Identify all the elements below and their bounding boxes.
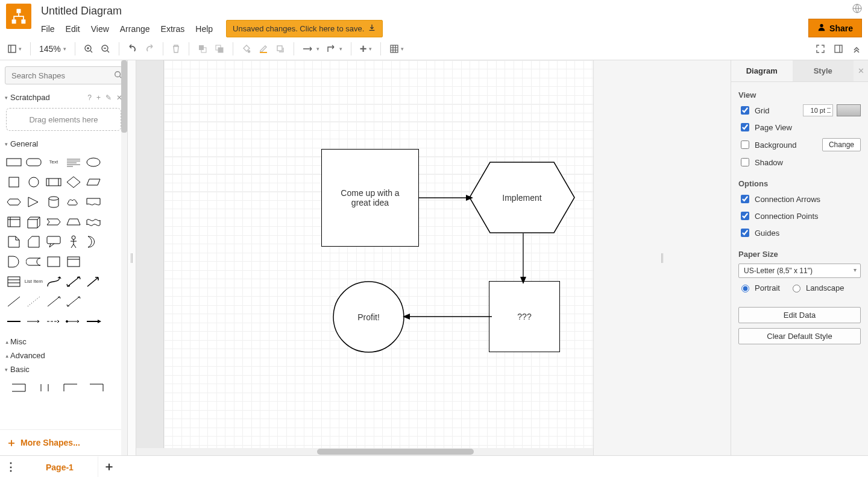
shape-cloud[interactable] — [64, 192, 84, 212]
document-title[interactable]: Untitled Diagram — [41, 4, 862, 20]
fullscreen-button[interactable] — [814, 41, 827, 57]
shape-diamond[interactable] — [64, 172, 84, 192]
waypoint-style-dropdown[interactable] — [324, 41, 345, 57]
zoom-in-button[interactable] — [81, 41, 96, 57]
node-unknown[interactable]: ??? — [489, 281, 560, 352]
shadow-button[interactable] — [273, 41, 288, 57]
conn-arrows-checkbox[interactable] — [741, 195, 749, 203]
shape-container[interactable] — [43, 251, 63, 271]
connection-style-dropdown[interactable] — [300, 41, 322, 57]
shape-connector-5[interactable] — [84, 311, 104, 331]
section-general[interactable]: ▾General — [0, 137, 127, 151]
scratchpad-header[interactable]: ▾Scratchpad ? + ✎ ✕ — [0, 90, 127, 104]
format-panel-toggle[interactable] — [832, 41, 845, 57]
delete-button[interactable] — [169, 41, 183, 57]
shape-connector-3[interactable] — [43, 311, 63, 331]
scratchpad-edit-icon[interactable]: ✎ — [105, 93, 112, 102]
section-advanced[interactable]: ▸Advanced — [0, 349, 127, 362]
line-color-button[interactable] — [256, 41, 271, 57]
shape-list-item[interactable]: List Item — [24, 271, 43, 291]
shape-search-input[interactable] — [10, 71, 114, 81]
background-checkbox[interactable] — [741, 141, 749, 149]
shape-text[interactable]: Text — [43, 152, 63, 172]
shape-trapezoid[interactable] — [64, 212, 84, 232]
shape-internal-storage[interactable] — [4, 212, 24, 232]
change-background-button[interactable]: Change — [822, 138, 861, 151]
section-misc[interactable]: ▸Misc — [0, 335, 127, 349]
shape-connector-4[interactable] — [64, 311, 84, 331]
scratchpad-drop-target[interactable]: Drag elements here — [6, 108, 121, 131]
shape-circle[interactable] — [24, 172, 43, 192]
scratchpad-help-icon[interactable]: ? — [87, 93, 92, 102]
fill-color-button[interactable] — [239, 41, 254, 57]
scratchpad-add-icon[interactable]: + — [96, 93, 101, 102]
conn-points-checkbox[interactable] — [741, 212, 749, 220]
shape-parallelogram[interactable] — [84, 172, 104, 192]
shape-ellipse[interactable] — [84, 152, 104, 172]
shape-line-dashed[interactable] — [4, 291, 24, 311]
to-back-button[interactable] — [212, 41, 227, 57]
insert-dropdown[interactable]: + — [357, 41, 374, 57]
edge-implement-unknown[interactable] — [517, 233, 529, 284]
shape-connector-2[interactable] — [24, 311, 43, 331]
left-splitter[interactable] — [128, 60, 136, 455]
menu-file[interactable]: File — [41, 24, 55, 34]
shape-thin-arrow[interactable] — [43, 291, 63, 311]
table-dropdown[interactable] — [387, 41, 406, 57]
zoom-level[interactable]: 145% ▾ — [37, 44, 69, 54]
canvas-h-scrollbar[interactable] — [136, 448, 593, 455]
shape-or[interactable] — [84, 232, 104, 251]
shape-callout[interactable] — [43, 232, 63, 251]
shape-curve[interactable] — [43, 271, 63, 291]
section-basic[interactable]: ▾Basic — [0, 362, 127, 376]
zoom-out-button[interactable] — [98, 41, 113, 57]
collapse-toolbar-button[interactable] — [850, 41, 863, 57]
shape-rounded-rect[interactable] — [24, 152, 43, 172]
grid-color-swatch[interactable] — [837, 104, 861, 116]
redo-button[interactable] — [142, 41, 157, 57]
shape-basic-4[interactable] — [83, 377, 109, 397]
guides-checkbox[interactable] — [741, 229, 749, 237]
shape-thin-bidir[interactable] — [64, 291, 84, 311]
shape-document[interactable] — [84, 192, 104, 212]
grid-size-input[interactable]: 10 pt — [803, 104, 833, 116]
shape-container2[interactable] — [64, 251, 84, 271]
shape-process[interactable] — [43, 172, 63, 192]
edit-data-button[interactable]: Edit Data — [738, 307, 861, 323]
shape-data-storage[interactable] — [24, 251, 43, 271]
edge-idea-implement[interactable] — [419, 192, 473, 204]
edge-unknown-profit[interactable] — [403, 311, 492, 323]
shape-list[interactable] — [4, 271, 24, 291]
shape-actor[interactable] — [64, 232, 84, 251]
unsaved-changes-banner[interactable]: Unsaved changes. Click here to save. — [226, 20, 383, 37]
menu-help[interactable]: Help — [195, 24, 213, 34]
tab-style[interactable]: Style — [793, 60, 854, 81]
shape-textbox[interactable] — [64, 152, 84, 172]
shape-rectangle[interactable] — [4, 152, 24, 172]
to-front-button[interactable] — [195, 41, 210, 57]
shape-hexagon[interactable] — [4, 192, 24, 212]
shape-and[interactable] — [4, 251, 24, 271]
shape-cube[interactable] — [24, 212, 43, 232]
shadow-checkbox[interactable] — [741, 158, 749, 166]
orientation-landscape[interactable]: Landscape — [790, 283, 844, 292]
shape-basic-3[interactable] — [58, 377, 84, 397]
page-surface[interactable]: Come up with a great idea Implement ??? … — [164, 60, 593, 455]
paper-size-select[interactable]: US-Letter (8,5" x 11") — [738, 264, 861, 278]
node-profit[interactable]: Profit! — [333, 281, 404, 353]
more-shapes-button[interactable]: ＋More Shapes... — [0, 429, 127, 455]
shape-basic-1[interactable] — [6, 377, 32, 397]
add-page-button[interactable]: ＋ — [98, 456, 120, 477]
shape-cylinder[interactable] — [43, 192, 63, 212]
menu-edit[interactable]: Edit — [66, 24, 80, 34]
shape-search[interactable] — [5, 66, 122, 84]
shape-line-dotted[interactable] — [24, 291, 43, 311]
shape-arrow[interactable] — [84, 271, 104, 291]
shape-step[interactable] — [43, 212, 63, 232]
share-button[interactable]: Share — [808, 19, 862, 37]
sidebar-scrollbar[interactable] — [121, 60, 127, 455]
shape-tape[interactable] — [84, 212, 104, 232]
view-mode-dropdown[interactable] — [5, 41, 24, 57]
undo-button[interactable] — [125, 41, 140, 57]
shape-triangle[interactable] — [24, 192, 43, 212]
